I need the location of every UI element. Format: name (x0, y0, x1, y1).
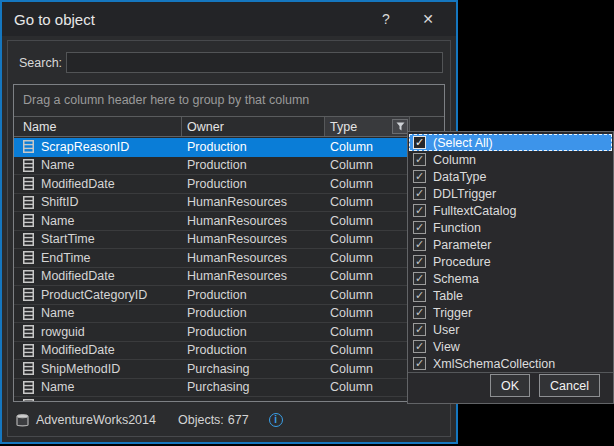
close-button[interactable]: ✕ (418, 9, 438, 29)
checkbox-checked-icon[interactable]: ✓ (413, 170, 426, 183)
object-owner: HumanResources (187, 195, 287, 209)
object-name: Name (41, 158, 74, 172)
menu-buttons: OK Cancel (490, 374, 600, 397)
filter-item-label: View (433, 340, 460, 354)
database-name: AdventureWorks2014 (36, 413, 156, 427)
column-object-icon (23, 251, 34, 264)
object-type: Column (330, 325, 373, 339)
object-name: ScrapReasonID (41, 140, 129, 154)
table-row[interactable]: Name Production Column (14, 305, 444, 324)
object-type: Column (330, 232, 373, 246)
group-by-hint[interactable]: Drag a column header here to group by th… (14, 85, 444, 117)
filter-item-label: Trigger (433, 306, 472, 320)
filter-item-label: Table (433, 289, 463, 303)
object-name: rowguid (41, 325, 85, 339)
column-object-icon (23, 196, 34, 209)
filter-menu-item[interactable]: ✓ User (409, 321, 612, 338)
object-name: Name (41, 380, 74, 394)
object-type: Column (330, 195, 373, 209)
table-row[interactable]: EndTime HumanResources Column (14, 249, 444, 268)
table-row[interactable]: StartTime HumanResources Column (14, 231, 444, 250)
filter-menu-item[interactable]: ✓ Column (409, 151, 612, 168)
object-owner: Production (187, 140, 247, 154)
column-object-icon (23, 307, 34, 320)
column-object-icon (23, 399, 34, 401)
object-owner: HumanResources (187, 251, 287, 265)
dialog-body: Search: Drag a column header here to gro… (7, 40, 451, 437)
filter-menu-item[interactable]: ✓ DataType (409, 168, 612, 185)
table-row[interactable]: ShipMethodID Purchasing Column (14, 360, 444, 379)
filter-item-label: Function (433, 221, 481, 235)
object-name: Name (41, 306, 74, 320)
checkbox-checked-icon[interactable]: ✓ (413, 255, 426, 268)
object-owner: Production (187, 325, 247, 339)
checkbox-checked-icon[interactable]: ✓ (413, 238, 426, 251)
object-type: Column (330, 362, 373, 376)
checkbox-checked-icon[interactable]: ✓ (413, 340, 426, 353)
table-row[interactable]: rowguid Production Column (14, 323, 444, 342)
filter-menu-item[interactable]: ✓ Procedure (409, 253, 612, 270)
dialog-title: Go to object (14, 11, 95, 28)
column-object-icon (23, 214, 34, 227)
column-object-icon (23, 270, 34, 283)
column-header-name[interactable]: Name (14, 117, 182, 136)
column-header-type[interactable]: Type (325, 117, 410, 136)
filter-menu-item[interactable]: ✓ Parameter (409, 236, 612, 253)
table-row[interactable] (14, 397, 444, 401)
info-icon[interactable]: i (269, 413, 283, 427)
object-owner: Purchasing (187, 362, 250, 376)
checkbox-checked-icon[interactable]: ✓ (413, 187, 426, 200)
filter-item-label: DataType (433, 170, 487, 184)
type-filter-button[interactable] (392, 119, 408, 134)
dialog-titlebar[interactable]: Go to object ? ✕ (2, 2, 456, 36)
filter-menu-item[interactable]: ✓ (Select All) (409, 134, 612, 151)
object-type: Column (330, 251, 373, 265)
checkbox-checked-icon[interactable]: ✓ (413, 306, 426, 319)
filter-menu-item[interactable]: ✓ View (409, 338, 612, 355)
column-header-owner[interactable]: Owner (182, 117, 325, 136)
help-button[interactable]: ? (376, 9, 396, 29)
table-row[interactable]: ModifiedDate Production Column (14, 175, 444, 194)
objects-label: Objects: (178, 413, 224, 427)
objects-count: 677 (228, 413, 249, 427)
objects-grid: Drag a column header here to group by th… (13, 84, 445, 402)
checkbox-checked-icon[interactable]: ✓ (413, 357, 426, 370)
filter-menu-item[interactable]: ✓ Schema (409, 270, 612, 287)
table-row[interactable]: Name Purchasing Column (14, 379, 444, 398)
column-object-icon (23, 288, 34, 301)
column-object-icon (23, 325, 34, 338)
table-row[interactable]: ProductCategoryID Production Column (14, 286, 444, 305)
database-icon (15, 413, 30, 428)
table-row[interactable]: ModifiedDate HumanResources Column (14, 268, 444, 287)
filter-menu-item[interactable]: ✓ Table (409, 287, 612, 304)
search-input[interactable] (66, 52, 443, 73)
column-object-icon (23, 362, 34, 375)
checkbox-checked-icon[interactable]: ✓ (413, 289, 426, 302)
go-to-object-dialog: Go to object ? ✕ Search: Drag a column h… (0, 0, 458, 444)
checkbox-checked-icon[interactable]: ✓ (413, 153, 426, 166)
column-object-icon (23, 159, 34, 172)
checkbox-checked-icon[interactable]: ✓ (413, 272, 426, 285)
checkbox-checked-icon[interactable]: ✓ (413, 221, 426, 234)
object-type: Column (330, 380, 373, 394)
filter-item-label: Column (433, 153, 476, 167)
checkbox-checked-icon[interactable]: ✓ (413, 323, 426, 336)
table-row[interactable]: ScrapReasonID Production Column (14, 138, 444, 157)
type-filter-dropdown: ✓ (Select All) ✓ Column ✓ DataType ✓ DDL… (407, 131, 614, 404)
ok-button[interactable]: OK (490, 374, 530, 397)
table-row[interactable]: ShiftID HumanResources Column (14, 194, 444, 213)
filter-menu-item[interactable]: ✓ Function (409, 219, 612, 236)
filter-menu-item[interactable]: ✓ XmlSchemaCollection (409, 355, 612, 372)
filter-menu-item[interactable]: ✓ FulltextCatalog (409, 202, 612, 219)
table-row[interactable]: Name Production Column (14, 157, 444, 176)
column-object-icon (23, 344, 34, 357)
checkbox-checked-icon[interactable]: ✓ (413, 204, 426, 217)
table-row[interactable]: ModifiedDate Production Column (14, 342, 444, 361)
table-row[interactable]: Name HumanResources Column (14, 212, 444, 231)
grid-rows: ScrapReasonID Production Column Name Pro… (14, 138, 444, 401)
filter-menu-item[interactable]: ✓ DDLTrigger (409, 185, 612, 202)
filter-menu-item[interactable]: ✓ Trigger (409, 304, 612, 321)
object-name: ShipMethodID (41, 362, 120, 376)
cancel-button[interactable]: Cancel (539, 374, 600, 397)
checkbox-checked-icon[interactable]: ✓ (413, 136, 426, 149)
